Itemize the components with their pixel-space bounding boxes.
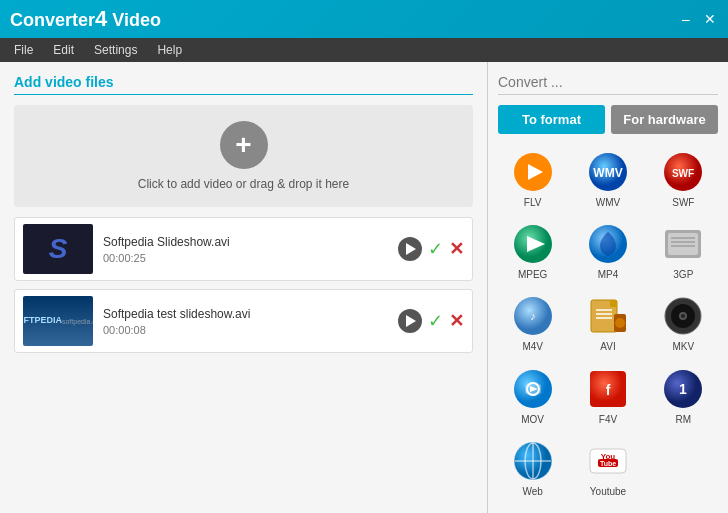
video-controls: ✓ ✕: [398, 309, 464, 333]
app-title: Converter4 Video: [10, 6, 161, 32]
convert-title: Convert ...: [498, 74, 718, 95]
svg-text:1: 1: [679, 381, 687, 397]
confirm-button[interactable]: ✓: [428, 238, 443, 260]
add-video-title: Add video files: [14, 74, 473, 95]
format-mp4[interactable]: MP4: [573, 218, 642, 284]
format-mp4-label: MP4: [598, 269, 619, 280]
close-button[interactable]: ✕: [702, 11, 718, 27]
format-youtube[interactable]: You Tube Youtube: [573, 435, 642, 501]
svg-rect-18: [610, 300, 617, 307]
format-mpeg[interactable]: MPEG: [498, 218, 567, 284]
format-swf[interactable]: SWF SWF: [649, 146, 718, 212]
svg-text:SWF: SWF: [672, 168, 694, 179]
add-video-button[interactable]: +: [220, 121, 268, 169]
format-mov[interactable]: MOV: [498, 363, 567, 429]
play-button[interactable]: [398, 309, 422, 333]
video-info: Softpedia Slideshow.avi 00:00:25: [103, 235, 398, 264]
menu-settings[interactable]: Settings: [86, 41, 145, 59]
video-item: S Softpedia Slideshow.avi 00:00:25 ✓ ✕: [14, 217, 473, 281]
svg-text:Tube: Tube: [600, 460, 616, 467]
title-bar: Converter4 Video – ✕: [0, 0, 728, 38]
format-flv[interactable]: FLV: [498, 146, 567, 212]
format-3gp[interactable]: 3GP: [649, 218, 718, 284]
format-f4v-label: F4V: [599, 414, 617, 425]
remove-button[interactable]: ✕: [449, 238, 464, 260]
video-thumbnail: S: [23, 224, 93, 274]
drop-text: Click to add video or drag & drop it her…: [138, 177, 349, 191]
format-buttons: To format For hardware: [498, 105, 718, 134]
svg-text:f: f: [606, 382, 611, 398]
format-rm[interactable]: 1 RM: [649, 363, 718, 429]
format-mpeg-label: MPEG: [518, 269, 547, 280]
svg-point-27: [681, 314, 685, 318]
format-flv-label: FLV: [524, 197, 542, 208]
format-web[interactable]: Web: [498, 435, 567, 501]
confirm-button[interactable]: ✓: [428, 310, 443, 332]
play-button[interactable]: [398, 237, 422, 261]
video-info: Softpedia test slideshow.avi 00:00:08: [103, 307, 398, 336]
left-panel: Add video files + Click to add video or …: [0, 62, 488, 513]
svg-rect-10: [668, 233, 698, 255]
for-hardware-button[interactable]: For hardware: [611, 105, 718, 134]
format-3gp-label: 3GP: [673, 269, 693, 280]
format-m4v[interactable]: ♪ M4V: [498, 290, 567, 356]
format-mkv-label: MKV: [672, 341, 694, 352]
svg-point-23: [615, 318, 625, 328]
format-mov-label: MOV: [521, 414, 544, 425]
format-m4v-label: M4V: [522, 341, 543, 352]
video-duration: 00:00:25: [103, 252, 398, 264]
video-duration: 00:00:08: [103, 324, 398, 336]
format-wmv-label: WMV: [596, 197, 620, 208]
format-youtube-label: Youtube: [590, 486, 626, 497]
menu-help[interactable]: Help: [149, 41, 190, 59]
to-format-button[interactable]: To format: [498, 105, 605, 134]
format-wmv[interactable]: WMV WMV: [573, 146, 642, 212]
format-rm-label: RM: [676, 414, 692, 425]
video-item: SOFTPEDIA softpedia.com Softpedia test s…: [14, 289, 473, 353]
format-avi[interactable]: AVI: [573, 290, 642, 356]
format-web-label: Web: [522, 486, 542, 497]
format-grid: FLV WMV WMV: [498, 146, 718, 501]
menu-bar: File Edit Settings Help: [0, 38, 728, 62]
right-panel: Convert ... To format For hardware FLV: [488, 62, 728, 513]
main-area: Add video files + Click to add video or …: [0, 62, 728, 513]
video-name: Softpedia Slideshow.avi: [103, 235, 398, 249]
drop-area[interactable]: + Click to add video or drag & drop it h…: [14, 105, 473, 207]
format-avi-label: AVI: [600, 341, 615, 352]
format-swf-label: SWF: [672, 197, 694, 208]
video-controls: ✓ ✕: [398, 237, 464, 261]
format-mkv[interactable]: MKV: [649, 290, 718, 356]
svg-text:WMV: WMV: [593, 166, 622, 180]
remove-button[interactable]: ✕: [449, 310, 464, 332]
menu-edit[interactable]: Edit: [45, 41, 82, 59]
format-f4v[interactable]: f F4V: [573, 363, 642, 429]
menu-file[interactable]: File: [6, 41, 41, 59]
video-name: Softpedia test slideshow.avi: [103, 307, 398, 321]
video-thumbnail: SOFTPEDIA softpedia.com: [23, 296, 93, 346]
minimize-button[interactable]: –: [678, 11, 694, 27]
window-controls: – ✕: [678, 11, 718, 27]
svg-text:♪: ♪: [530, 310, 536, 322]
